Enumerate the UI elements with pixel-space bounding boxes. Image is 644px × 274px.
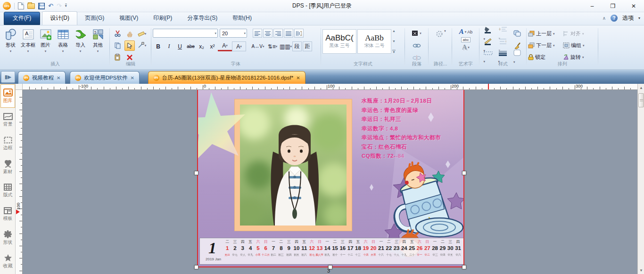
tab-close-icon[interactable]: ✕ xyxy=(296,75,300,81)
superscript-button[interactable]: x² xyxy=(207,41,218,51)
scrollbar-thumb[interactable] xyxy=(638,93,644,107)
panel-expander-button[interactable]: ▮▶ xyxy=(1,71,15,83)
design-canvas[interactable]: 水瓶座：1月20日－2月18日幸运色：青色度的蓝绿幸运日：礼拜三幸运数字：4,8… xyxy=(23,90,637,274)
options-button[interactable]: 选项 xyxy=(622,14,634,22)
menu-tab-文件(F)[interactable]: 文件(F) xyxy=(4,12,40,25)
ruler-tick xyxy=(228,87,228,89)
sidebar-item-形状[interactable]: 形状 xyxy=(0,226,16,250)
subscript-button[interactable]: x₂ xyxy=(196,41,207,51)
align-left-icon[interactable] xyxy=(253,29,262,38)
maximize-button[interactable]: ❐ xyxy=(603,0,623,12)
sidebar-item-收藏[interactable]: 收藏 xyxy=(0,250,16,273)
styles-scroll-up-icon[interactable]: ▲ xyxy=(392,29,396,32)
path-gear-icon[interactable] xyxy=(435,29,444,39)
duplicate-style-icon[interactable] xyxy=(513,30,521,37)
help-icon[interactable]: ? xyxy=(611,15,618,22)
doc-tab[interactable]: DPS视频教程✕ xyxy=(18,71,66,84)
ruler-tick xyxy=(19,246,22,246)
styles-more-icon[interactable]: ▼ xyxy=(392,50,396,54)
spacing-dialog-button[interactable]: 距 xyxy=(303,41,312,51)
selection-handle-right[interactable] xyxy=(462,171,466,175)
send-backward-button[interactable]: 下一层▾ xyxy=(528,41,563,50)
sidebar-item-背景[interactable]: 背景 xyxy=(0,108,16,132)
menu-tab-视图(V)[interactable]: 视图(V) xyxy=(112,12,146,25)
path-caret-icon[interactable]: ▾ xyxy=(444,29,446,39)
menu-tab-帮助(H)[interactable]: 帮助(H) xyxy=(225,12,259,25)
wordart-caret-icon[interactable]: ▾ xyxy=(465,30,467,34)
calendar-page[interactable]: 水瓶座：1月20日－2月18日幸运色：青色度的蓝绿幸运日：礼拜三幸运数字：4,8… xyxy=(197,90,464,267)
sidebar-item-素材[interactable]: 素材 xyxy=(0,155,16,179)
scroll-up-icon[interactable]: ▲ xyxy=(638,84,644,91)
font-name-combo[interactable]: ▾ xyxy=(153,29,218,38)
menu-tab-印刷(P)[interactable]: 印刷(P) xyxy=(146,12,180,25)
group-objects-button[interactable]: 编组▾ xyxy=(563,41,596,50)
selection-handle-bottom-left[interactable] xyxy=(194,265,198,269)
doc-tab-active[interactable]: DPS台历-A5圈装(13张双面)-星座物语20181226-1016.dpsf… xyxy=(148,71,305,84)
selection-handle-bottom-right[interactable] xyxy=(462,265,466,269)
font-size-combo[interactable]: 20▾ xyxy=(220,29,247,38)
tab-close-icon[interactable]: ✕ xyxy=(130,75,134,81)
pan-hand-icon[interactable] xyxy=(124,29,135,39)
bring-forward-button[interactable]: 上一层▾ xyxy=(528,29,563,39)
minimize-button[interactable]: – xyxy=(582,0,603,12)
scroll-down-icon[interactable]: ▼ xyxy=(638,267,644,274)
align-right-icon[interactable] xyxy=(273,29,283,38)
insert-导入-button[interactable]: 导入▾ xyxy=(72,26,89,53)
photo-frame[interactable] xyxy=(234,99,352,231)
insert-图片-button[interactable]: 图片▾ xyxy=(37,26,54,53)
distribute-icon[interactable]: ▾ xyxy=(499,38,507,53)
vertical-scrollbar[interactable]: ▲ ▼ xyxy=(637,84,644,274)
sidebar-item-边框[interactable]: 边框 xyxy=(0,132,16,155)
measure-icon[interactable]: ▾ xyxy=(137,29,147,39)
sidebar-item-版式[interactable]: 版式 xyxy=(0,179,16,202)
selection-handle-left[interactable] xyxy=(194,171,198,175)
text-style-card-2[interactable]: AaBb宋体 二号 xyxy=(357,29,391,54)
collapse-ribbon-icon[interactable]: ∧ xyxy=(603,16,606,21)
italic-button[interactable]: I xyxy=(164,41,174,51)
sidebar-item-图库[interactable]: 图库 xyxy=(0,84,15,108)
wordart-a-icon[interactable]: A xyxy=(459,28,464,36)
text-shadow-caret-icon[interactable]: ▾ xyxy=(468,46,470,49)
insert-表格-button[interactable]: 表格▾ xyxy=(54,26,72,53)
styles-scroll-down-icon[interactable]: ▼ xyxy=(392,40,396,43)
copy-icon[interactable] xyxy=(112,40,123,51)
calendar-strip[interactable]: 1 2019 Jan 二1元旦三2廿七四3廿八五4廿九六5小寒日6十二月一7初二… xyxy=(199,238,464,265)
format-painter-icon[interactable] xyxy=(514,42,521,49)
paragraph-dialog-button[interactable]: 段 xyxy=(292,41,302,51)
horoscope-text-block[interactable]: 水瓶座：1月20日－2月18日幸运色：青色度的蓝绿幸运日：礼拜三幸运数字：4,8… xyxy=(362,97,461,161)
sidebar-item-模板[interactable]: 模板 xyxy=(0,202,16,226)
font-color-button[interactable]: A▾ xyxy=(218,41,232,51)
bold-button[interactable]: B xyxy=(153,41,164,51)
cut-icon[interactable] xyxy=(112,29,123,39)
align-center-icon[interactable] xyxy=(263,29,272,38)
node-edit-icon[interactable]: ▾ xyxy=(137,40,147,51)
strikethrough-button[interactable]: abe xyxy=(185,41,196,51)
straight-text-icon[interactable]: abc xyxy=(461,37,471,42)
underline-button[interactable]: U xyxy=(174,41,185,51)
tab-close-icon[interactable]: ✕ xyxy=(57,75,60,81)
text-style-card-1[interactable]: AaBbC(黑体 三号 xyxy=(322,29,356,54)
align-objects-button[interactable]: 对齐▾ xyxy=(563,29,596,39)
insert-形状-button[interactable]: 形状▾ xyxy=(2,26,19,53)
shape-icon xyxy=(4,230,12,238)
text-wrap-icon[interactable]: ▾ xyxy=(411,28,423,39)
char-spacing-button[interactable]: A↔V▾ xyxy=(250,41,266,51)
link-icon[interactable] xyxy=(411,40,423,51)
close-button[interactable]: ✕ xyxy=(623,0,644,12)
select-cursor-icon[interactable] xyxy=(124,40,135,51)
line-spacing-button[interactable]: ⇅≡▾ xyxy=(266,41,279,51)
menu-tab-页面(G)[interactable]: 页面(G) xyxy=(77,12,112,25)
girl-photo[interactable] xyxy=(240,105,347,226)
doc-tab[interactable]: DPS欢迎使用DPS软件✕ xyxy=(70,71,140,84)
options-caret-icon[interactable]: ▾ xyxy=(638,16,640,20)
text-shadow-icon[interactable]: A xyxy=(462,44,467,51)
columns-button[interactable]: ▥▥▾ xyxy=(279,41,292,51)
menu-tab-设计(D)[interactable]: 设计(D) xyxy=(42,11,77,25)
char-scale-button[interactable]: A▾ xyxy=(232,41,246,51)
insert-文本框-button[interactable]: A文本框▾ xyxy=(19,26,37,53)
align-justify-icon[interactable] xyxy=(284,29,293,38)
insert-其他-button[interactable]: 5其他▾ xyxy=(89,26,107,53)
change-case-icon[interactable]: Ab xyxy=(467,30,472,34)
vertical-text-icon[interactable] xyxy=(294,29,304,38)
menu-tab-分享导出(S)[interactable]: 分享导出(S) xyxy=(180,12,225,25)
